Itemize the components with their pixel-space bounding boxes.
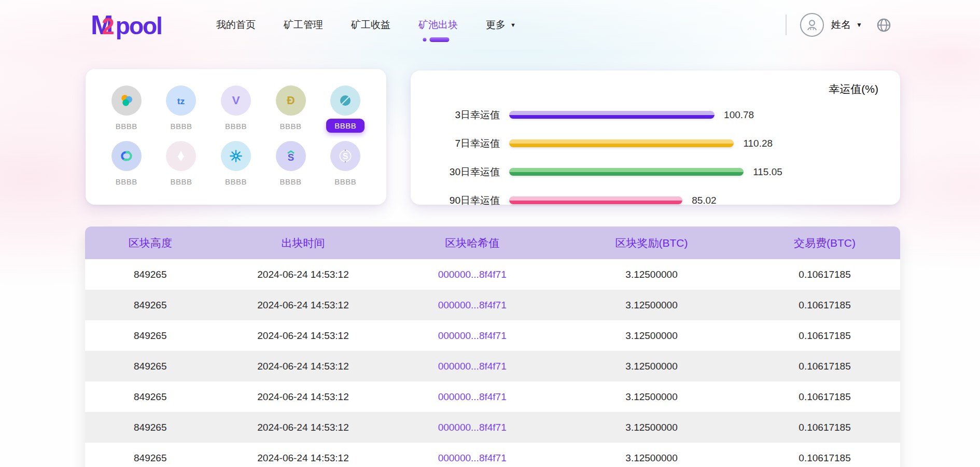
block-hash-cell: 000000...8f4f71	[390, 361, 553, 372]
coin-logo	[111, 86, 142, 116]
nav-item[interactable]: 更多 ▼	[486, 15, 516, 35]
block-reward-cell: 3.12500000	[554, 391, 749, 403]
svg-text:Ð: Ð	[287, 94, 295, 107]
block-reward-cell: 3.12500000	[554, 452, 749, 464]
luck-bar	[509, 139, 734, 147]
luck-bar-value: 100.78	[724, 109, 754, 121]
user-icon	[804, 17, 820, 33]
nav-item-label: 矿池出块	[418, 18, 458, 32]
luck-bar-row: 3日幸运值 100.78	[422, 101, 900, 129]
svg-text:V: V	[232, 93, 240, 107]
luck-bar	[509, 196, 682, 204]
user-avatar[interactable]	[800, 13, 824, 37]
block-hash-cell: 000000...8f4f71	[390, 391, 553, 403]
coin-icon-dogecoin[interactable]: Ð BBBB	[263, 81, 318, 133]
tx-fee-cell: 0.10617185	[749, 391, 900, 403]
coin-icon-lisk[interactable]: BBBB	[154, 137, 209, 186]
block-hash-cell: 000000...8f4f71	[390, 330, 553, 342]
block-hash-link[interactable]: 000000...8f4f71	[438, 300, 507, 310]
nav-item-label: 更多	[486, 18, 506, 32]
coin-label: BBBB	[170, 122, 192, 131]
coin-label: BBBB	[170, 177, 192, 186]
nav-item[interactable]: 矿池出块 ▼	[418, 15, 458, 35]
block-hash-link[interactable]: 000000...8f4f71	[438, 452, 507, 463]
nav-item[interactable]: 矿工收益 ▼	[351, 15, 390, 35]
block-time-cell: 2024-06-24 14:53:12	[216, 452, 391, 464]
coin-icon-s-token[interactable]: S BBBB	[318, 137, 373, 186]
luck-bar-label: 90日幸运值	[422, 194, 500, 207]
table-row: 849265 2024-06-24 14:53:12 000000...8f4f…	[85, 381, 900, 412]
table-row: 849265 2024-06-24 14:53:12 000000...8f4f…	[85, 259, 900, 290]
block-hash-link[interactable]: 000000...8f4f71	[438, 391, 507, 402]
block-hash-link[interactable]: 000000...8f4f71	[438, 361, 507, 372]
coin-label: BBBB	[334, 177, 356, 186]
coin-logo: S	[276, 141, 306, 171]
block-hash-link[interactable]: 000000...8f4f71	[438, 422, 507, 433]
nav-item-label: 矿工管理	[284, 18, 323, 32]
col-header-tx-fee: 交易费(BTC)	[749, 236, 900, 250]
header-user-area: 姓名 ▼	[786, 13, 892, 37]
coin-grid: BBBB tz BBBB V BBBB Ð BBBB BBBB BBBB BBB…	[99, 81, 373, 190]
block-reward-cell: 3.12500000	[554, 300, 749, 311]
luck-bar-row: 30日幸运值 115.05	[422, 158, 900, 186]
language-globe-icon[interactable]	[876, 17, 892, 33]
brand-logo-pool: pool	[116, 12, 162, 40]
table-row: 849265 2024-06-24 14:53:12 000000...8f4f…	[85, 351, 900, 381]
brand-logo[interactable]: M 2 pool	[91, 9, 162, 40]
block-reward-cell: 3.12500000	[554, 361, 749, 372]
table-row: 849265 2024-06-24 14:53:12 000000...8f4f…	[85, 443, 900, 467]
chevron-down-icon: ▼	[510, 22, 516, 28]
block-hash-cell: 000000...8f4f71	[390, 300, 553, 311]
block-height-cell: 849265	[85, 269, 216, 280]
block-height-cell: 849265	[85, 361, 216, 372]
block-height-cell: 849265	[85, 422, 216, 433]
table-row: 849265 2024-06-24 14:53:12 000000...8f4f…	[85, 412, 900, 443]
coin-logo: S	[330, 141, 360, 171]
luck-bar-row: 7日幸运值 110.28	[422, 129, 900, 158]
brand-logo-2: 2	[102, 13, 114, 39]
nav-item-label: 我的首页	[216, 18, 256, 32]
block-hash-link[interactable]: 000000...8f4f71	[438, 330, 507, 341]
luck-bar-value: 110.28	[743, 138, 773, 149]
coin-icon-nem[interactable]: BBBB	[99, 81, 154, 133]
blocks-table-body: 849265 2024-06-24 14:53:12 000000...8f4f…	[85, 259, 900, 467]
col-header-block-height: 区块高度	[85, 236, 216, 250]
user-name[interactable]: 姓名	[831, 18, 851, 32]
nav-item[interactable]: 我的首页 ▼	[216, 15, 256, 35]
coin-logo	[330, 86, 360, 116]
luck-bar	[509, 111, 715, 119]
top-navbar: M 2 pool 我的首页 ▼ 矿工管理 ▼ 矿工收益 ▼	[0, 0, 980, 50]
block-height-cell: 849265	[85, 452, 216, 464]
coin-icon-tezos[interactable]: tz BBBB	[154, 81, 209, 133]
block-hash-link[interactable]: 000000...8f4f71	[438, 269, 507, 280]
coin-icon-substratum[interactable]: S BBBB	[263, 137, 318, 186]
nav-item[interactable]: 矿工管理 ▼	[284, 15, 323, 35]
coin-icon-vechain[interactable]: V BBBB	[208, 81, 263, 133]
tx-fee-cell: 0.10617185	[749, 452, 900, 464]
coin-icon-decred[interactable]: BBBB	[99, 137, 154, 186]
svg-text:S: S	[287, 152, 293, 163]
block-height-cell: 849265	[85, 330, 216, 342]
coin-logo	[111, 141, 142, 171]
user-menu-chevron-icon[interactable]: ▼	[856, 21, 862, 29]
block-hash-cell: 000000...8f4f71	[390, 269, 553, 280]
block-reward-cell: 3.12500000	[554, 422, 749, 433]
coin-label: BBBB	[225, 122, 247, 131]
coin-label: BBBB	[280, 122, 302, 131]
coin-label: BBBB	[116, 122, 137, 131]
block-time-cell: 2024-06-24 14:53:12	[216, 422, 391, 433]
luck-bar-row: 90日幸运值 85.02	[422, 186, 900, 215]
block-time-cell: 2024-06-24 14:53:12	[216, 300, 391, 311]
block-time-cell: 2024-06-24 14:53:12	[216, 330, 391, 342]
block-height-cell: 849265	[85, 391, 216, 403]
table-row: 849265 2024-06-24 14:53:12 000000...8f4f…	[85, 320, 900, 351]
block-height-cell: 849265	[85, 300, 216, 311]
coin-icon-bitshares[interactable]: BBBB	[208, 137, 263, 186]
header-divider	[786, 15, 787, 35]
luck-bar-label: 7日幸运值	[422, 137, 500, 150]
block-time-cell: 2024-06-24 14:53:12	[216, 269, 391, 280]
coin-icon-ontology[interactable]: BBBB	[318, 81, 373, 133]
block-time-cell: 2024-06-24 14:53:12	[216, 391, 391, 403]
luck-bars: 3日幸运值 100.78 7日幸运值 110.28 30日幸运值 115.05 …	[422, 101, 900, 215]
nav-item-label: 矿工收益	[351, 18, 390, 32]
